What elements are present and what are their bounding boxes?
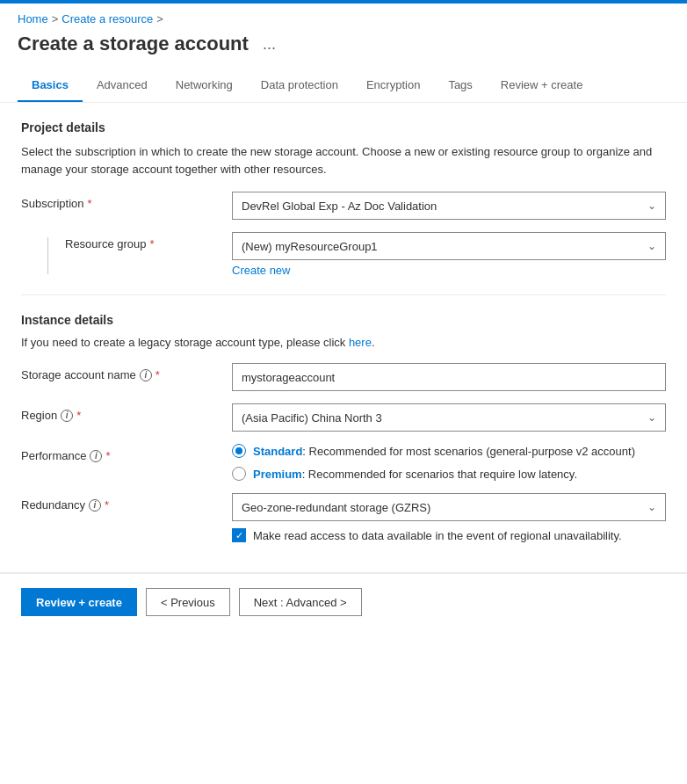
- footer: Review + create < Previous Next : Advanc…: [0, 573, 687, 630]
- performance-row: Performance i * Standard: Recommended fo…: [21, 444, 666, 481]
- region-value: (Asia Pacific) China North 3: [242, 411, 382, 425]
- region-required: *: [76, 409, 81, 422]
- tab-review-create[interactable]: Review + create: [487, 69, 597, 102]
- divider-1: [21, 294, 666, 295]
- breadcrumb: Home > Create a resource >: [0, 4, 687, 29]
- subscription-row: Subscription * DevRel Global Exp - Az Do…: [21, 192, 666, 220]
- performance-premium-radio[interactable]: [232, 467, 246, 481]
- redundancy-control: Geo-zone-redundant storage (GZRS) ⌄ Make…: [232, 493, 666, 542]
- performance-control: Standard: Recommended for most scenarios…: [232, 444, 666, 481]
- tab-networking[interactable]: Networking: [162, 69, 247, 102]
- subscription-control: DevRel Global Exp - Az Doc Validation ⌄: [232, 192, 666, 220]
- region-info-icon[interactable]: i: [61, 410, 73, 422]
- subscription-required: *: [88, 197, 92, 210]
- previous-button[interactable]: < Previous: [146, 588, 230, 616]
- instance-details-title: Instance details: [21, 313, 666, 327]
- storage-name-control: [232, 363, 666, 391]
- resource-group-control: (New) myResourceGroup1 ⌄ Create new: [232, 232, 666, 277]
- redundancy-required: *: [105, 498, 109, 512]
- storage-name-label: Storage account name i *: [21, 363, 232, 381]
- tab-encryption[interactable]: Encryption: [352, 69, 434, 102]
- redundancy-label: Redundancy i *: [21, 493, 232, 512]
- resource-group-dropdown[interactable]: (New) myResourceGroup1 ⌄: [232, 232, 666, 260]
- subscription-label: Subscription *: [21, 192, 232, 210]
- subscription-dropdown[interactable]: DevRel Global Exp - Az Doc Validation ⌄: [232, 192, 666, 220]
- breadcrumb-create-resource[interactable]: Create a resource: [61, 12, 153, 25]
- subscription-value: DevRel Global Exp - Az Doc Validation: [242, 200, 437, 213]
- tab-advanced[interactable]: Advanced: [83, 69, 162, 102]
- performance-required: *: [105, 449, 110, 462]
- review-create-button[interactable]: Review + create: [21, 588, 137, 616]
- redundancy-dropdown[interactable]: Geo-zone-redundant storage (GZRS) ⌄: [232, 493, 666, 521]
- region-row: Region i * (Asia Pacific) China North 3 …: [21, 403, 666, 432]
- redundancy-value: Geo-zone-redundant storage (GZRS): [242, 501, 430, 514]
- storage-name-input[interactable]: [232, 363, 666, 391]
- next-button[interactable]: Next : Advanced >: [239, 588, 362, 616]
- tab-tags[interactable]: Tags: [434, 69, 486, 102]
- performance-standard-label: Standard: Recommended for most scenarios…: [253, 445, 635, 458]
- redundancy-checkbox-label: Make read access to data available in th…: [253, 529, 622, 542]
- create-new-link[interactable]: Create new: [232, 264, 290, 277]
- performance-premium-label: Premium: Recommended for scenarios that …: [253, 468, 577, 481]
- storage-name-row: Storage account name i *: [21, 363, 666, 391]
- resource-group-label: Resource group *: [65, 237, 155, 250]
- subscription-chevron-icon: ⌄: [647, 200, 656, 212]
- legacy-link[interactable]: here: [349, 336, 372, 349]
- breadcrumb-sep1: >: [52, 12, 59, 25]
- resource-group-value: (New) myResourceGroup1: [242, 240, 378, 253]
- region-control: (Asia Pacific) China North 3 ⌄: [232, 403, 666, 432]
- redundancy-checkbox[interactable]: [232, 528, 246, 542]
- resource-group-required: *: [150, 237, 155, 250]
- redundancy-info-icon[interactable]: i: [89, 499, 101, 512]
- region-chevron-icon: ⌄: [647, 411, 656, 424]
- performance-standard-radio[interactable]: [232, 444, 246, 458]
- region-dropdown[interactable]: (Asia Pacific) China North 3 ⌄: [232, 403, 666, 432]
- legacy-text: If you need to create a legacy storage a…: [21, 336, 666, 349]
- storage-name-required: *: [155, 368, 160, 381]
- performance-info-icon[interactable]: i: [90, 450, 102, 462]
- resource-group-chevron-icon: ⌄: [647, 240, 656, 252]
- project-details-description: Select the subscription in which to crea…: [21, 143, 666, 178]
- tab-basics[interactable]: Basics: [18, 69, 83, 102]
- redundancy-chevron-icon: ⌄: [647, 501, 656, 513]
- tabs-bar: Basics Advanced Networking Data protecti…: [0, 69, 687, 103]
- performance-radio-group: Standard: Recommended for most scenarios…: [232, 444, 666, 481]
- performance-label: Performance i *: [21, 444, 232, 462]
- redundancy-row: Redundancy i * Geo-zone-redundant storag…: [21, 493, 666, 542]
- redundancy-checkbox-row: Make read access to data available in th…: [232, 528, 666, 542]
- resource-group-row: Resource group * (New) myResourceGroup1 …: [21, 232, 666, 277]
- breadcrumb-home[interactable]: Home: [18, 12, 48, 25]
- tab-data-protection[interactable]: Data protection: [247, 69, 352, 102]
- page-title: Create a storage account: [18, 33, 249, 55]
- performance-premium-option[interactable]: Premium: Recommended for scenarios that …: [232, 467, 666, 481]
- performance-standard-option[interactable]: Standard: Recommended for most scenarios…: [232, 444, 666, 458]
- project-details-title: Project details: [21, 120, 666, 134]
- region-label: Region i *: [21, 403, 232, 422]
- ellipsis-button[interactable]: ...: [257, 33, 281, 55]
- breadcrumb-sep2: >: [156, 12, 163, 25]
- storage-name-info-icon[interactable]: i: [140, 369, 152, 381]
